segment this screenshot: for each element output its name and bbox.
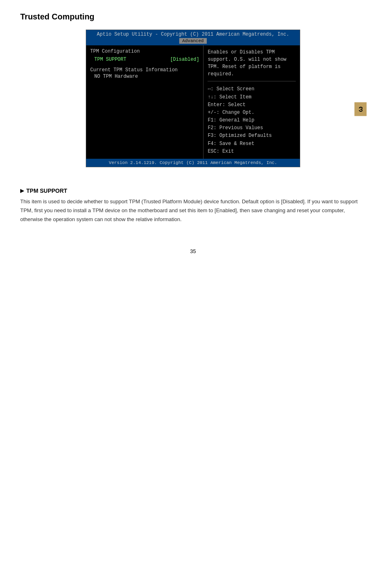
tpm-support-description: This item is used to decide whether to s… (20, 197, 366, 224)
tpm-support-heading: TPM SUPPORT (20, 187, 366, 194)
page-title: Trusted Computing (20, 12, 366, 21)
bios-footer: Version 2.14.1219. Copyright (C) 2011 Am… (86, 159, 300, 167)
bios-screen: Aptio Setup Utility - Copyright (C) 2011… (86, 30, 300, 167)
bios-body: TPM Configuration TPM SUPPORT [Disabled]… (86, 45, 300, 159)
bios-active-tab[interactable]: Advanced (179, 38, 207, 44)
tpm-support-value: [Disabled] (170, 57, 199, 62)
bios-left-panel: TPM Configuration TPM SUPPORT [Disabled]… (86, 45, 204, 159)
tpm-support-section: TPM SUPPORT This item is used to decide … (20, 187, 366, 224)
bios-header: Aptio Setup Utility - Copyright (C) 2011… (86, 30, 300, 45)
bios-right-panel: Enables or Disables TPM support. O.S. wi… (204, 45, 300, 159)
bios-description: Enables or Disables TPM support. O.S. wi… (208, 49, 296, 78)
tpm-status-title: Current TPM Status Information (90, 67, 199, 73)
chapter-tab: ω (354, 102, 367, 116)
tpm-support-label: TPM SUPPORT (94, 57, 126, 62)
tpm-configuration-label: TPM Configuration (90, 49, 199, 54)
bios-help: ↔: Select Screen ↑↓: Select Item Enter: … (208, 85, 296, 156)
tpm-support-row[interactable]: TPM SUPPORT [Disabled] (94, 57, 199, 62)
tpm-status-value: NO TPM Hardware (94, 74, 199, 79)
page-number: 35 (20, 248, 366, 254)
bios-header-title: Aptio Setup Utility - Copyright (C) 2011… (97, 32, 289, 37)
